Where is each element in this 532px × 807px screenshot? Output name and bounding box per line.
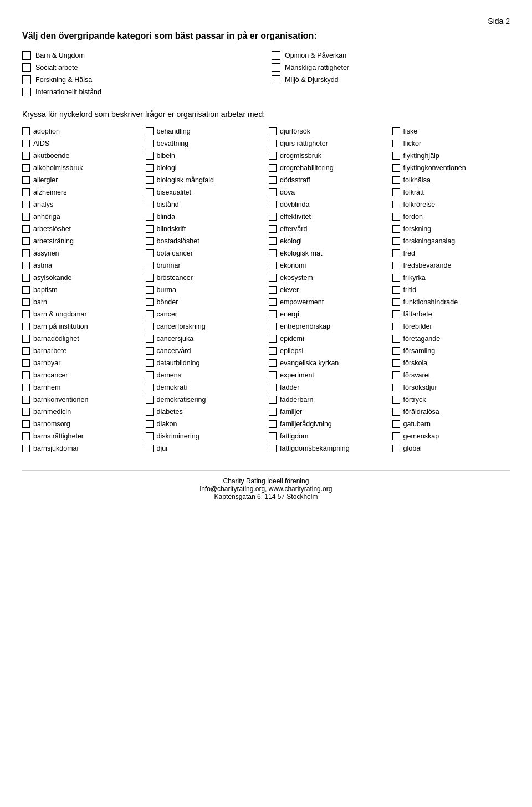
keyword-checkbox[interactable] xyxy=(22,249,30,257)
keyword-checkbox[interactable] xyxy=(269,384,277,391)
keyword-checkbox[interactable] xyxy=(22,323,30,330)
keyword-checkbox[interactable] xyxy=(22,359,30,367)
keyword-checkbox[interactable] xyxy=(146,274,154,282)
keyword-checkbox[interactable] xyxy=(269,310,277,318)
keyword-checkbox[interactable] xyxy=(392,359,400,367)
keyword-checkbox[interactable] xyxy=(146,164,154,172)
keyword-checkbox[interactable] xyxy=(269,127,277,135)
keyword-checkbox[interactable] xyxy=(269,201,277,208)
keyword-checkbox[interactable] xyxy=(22,213,30,221)
keyword-checkbox[interactable] xyxy=(392,420,400,428)
keyword-checkbox[interactable] xyxy=(146,176,154,184)
keyword-checkbox[interactable] xyxy=(269,347,277,355)
keyword-checkbox[interactable] xyxy=(269,420,277,428)
keyword-checkbox[interactable] xyxy=(146,188,154,196)
keyword-checkbox[interactable] xyxy=(22,152,30,160)
keyword-checkbox[interactable] xyxy=(22,371,30,379)
category-checkbox[interactable] xyxy=(22,51,31,60)
keyword-checkbox[interactable] xyxy=(22,164,30,172)
keyword-checkbox[interactable] xyxy=(22,225,30,233)
keyword-checkbox[interactable] xyxy=(269,152,277,160)
keyword-checkbox[interactable] xyxy=(146,225,154,233)
keyword-checkbox[interactable] xyxy=(146,152,154,160)
keyword-checkbox[interactable] xyxy=(392,408,400,416)
keyword-checkbox[interactable] xyxy=(146,396,154,404)
keyword-checkbox[interactable] xyxy=(269,164,277,172)
keyword-checkbox[interactable] xyxy=(269,237,277,245)
category-checkbox[interactable] xyxy=(272,51,280,60)
keyword-checkbox[interactable] xyxy=(146,384,154,391)
keyword-checkbox[interactable] xyxy=(269,262,277,269)
keyword-checkbox[interactable] xyxy=(146,237,154,245)
keyword-checkbox[interactable] xyxy=(269,335,277,343)
category-checkbox[interactable] xyxy=(272,63,280,72)
keyword-checkbox[interactable] xyxy=(269,140,277,147)
keyword-checkbox[interactable] xyxy=(22,298,30,306)
keyword-checkbox[interactable] xyxy=(22,420,30,428)
keyword-checkbox[interactable] xyxy=(392,176,400,184)
keyword-checkbox[interactable] xyxy=(22,335,30,343)
keyword-checkbox[interactable] xyxy=(392,237,400,245)
keyword-checkbox[interactable] xyxy=(269,249,277,257)
keyword-checkbox[interactable] xyxy=(269,225,277,233)
keyword-checkbox[interactable] xyxy=(269,445,277,452)
keyword-checkbox[interactable] xyxy=(392,445,400,452)
keyword-checkbox[interactable] xyxy=(269,274,277,282)
keyword-checkbox[interactable] xyxy=(392,152,400,160)
keyword-checkbox[interactable] xyxy=(146,213,154,221)
keyword-checkbox[interactable] xyxy=(146,298,154,306)
keyword-checkbox[interactable] xyxy=(392,213,400,221)
keyword-checkbox[interactable] xyxy=(146,262,154,269)
keyword-checkbox[interactable] xyxy=(22,396,30,404)
keyword-checkbox[interactable] xyxy=(392,432,400,440)
keyword-checkbox[interactable] xyxy=(22,432,30,440)
keyword-checkbox[interactable] xyxy=(146,432,154,440)
keyword-checkbox[interactable] xyxy=(146,310,154,318)
category-checkbox[interactable] xyxy=(272,75,280,84)
keyword-checkbox[interactable] xyxy=(269,188,277,196)
keyword-checkbox[interactable] xyxy=(392,164,400,172)
keyword-checkbox[interactable] xyxy=(269,359,277,367)
keyword-checkbox[interactable] xyxy=(146,127,154,135)
keyword-checkbox[interactable] xyxy=(146,420,154,428)
keyword-checkbox[interactable] xyxy=(392,384,400,391)
keyword-checkbox[interactable] xyxy=(392,335,400,343)
keyword-checkbox[interactable] xyxy=(22,310,30,318)
keyword-checkbox[interactable] xyxy=(22,140,30,147)
keyword-checkbox[interactable] xyxy=(269,408,277,416)
keyword-checkbox[interactable] xyxy=(146,347,154,355)
keyword-checkbox[interactable] xyxy=(146,359,154,367)
keyword-checkbox[interactable] xyxy=(392,140,400,147)
keyword-checkbox[interactable] xyxy=(392,371,400,379)
keyword-checkbox[interactable] xyxy=(22,237,30,245)
keyword-checkbox[interactable] xyxy=(392,188,400,196)
keyword-checkbox[interactable] xyxy=(146,408,154,416)
keyword-checkbox[interactable] xyxy=(22,262,30,269)
keyword-checkbox[interactable] xyxy=(146,335,154,343)
keyword-checkbox[interactable] xyxy=(146,201,154,208)
keyword-checkbox[interactable] xyxy=(392,274,400,282)
keyword-checkbox[interactable] xyxy=(269,286,277,294)
keyword-checkbox[interactable] xyxy=(22,384,30,391)
keyword-checkbox[interactable] xyxy=(269,298,277,306)
keyword-checkbox[interactable] xyxy=(269,323,277,330)
keyword-checkbox[interactable] xyxy=(392,323,400,330)
keyword-checkbox[interactable] xyxy=(392,201,400,208)
keyword-checkbox[interactable] xyxy=(146,286,154,294)
keyword-checkbox[interactable] xyxy=(22,274,30,282)
category-checkbox[interactable] xyxy=(22,88,31,96)
keyword-checkbox[interactable] xyxy=(146,445,154,452)
category-checkbox[interactable] xyxy=(22,63,31,72)
keyword-checkbox[interactable] xyxy=(146,323,154,330)
keyword-checkbox[interactable] xyxy=(392,127,400,135)
keyword-checkbox[interactable] xyxy=(146,371,154,379)
keyword-checkbox[interactable] xyxy=(22,408,30,416)
keyword-checkbox[interactable] xyxy=(269,396,277,404)
keyword-checkbox[interactable] xyxy=(22,347,30,355)
keyword-checkbox[interactable] xyxy=(22,127,30,135)
keyword-checkbox[interactable] xyxy=(22,188,30,196)
keyword-checkbox[interactable] xyxy=(269,371,277,379)
keyword-checkbox[interactable] xyxy=(392,262,400,269)
keyword-checkbox[interactable] xyxy=(146,249,154,257)
keyword-checkbox[interactable] xyxy=(392,286,400,294)
